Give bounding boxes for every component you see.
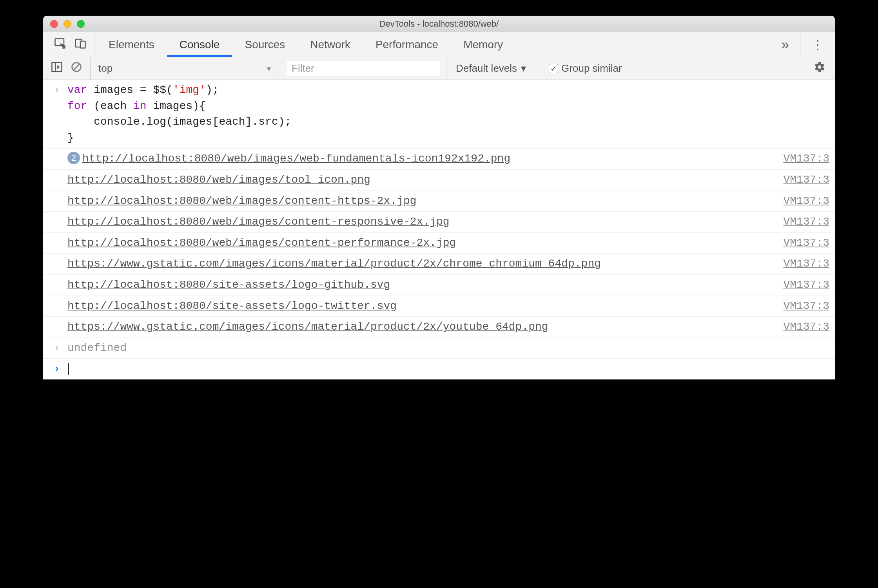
log-row: https://www.gstatic.com/images/icons/mat…: [43, 317, 835, 338]
log-message: http://localhost:8080/web/images/tool_ic…: [65, 172, 775, 188]
console-input-row: › var images = $$('img'); for (each in i…: [43, 80, 835, 149]
context-selector[interactable]: top ▾: [98, 62, 271, 74]
titlebar: DevTools - localhost:8080/web/: [43, 16, 835, 32]
device-toggle-icon[interactable]: [74, 37, 86, 52]
clear-console-icon[interactable]: [71, 61, 82, 76]
svg-rect-3: [52, 63, 62, 72]
source-link[interactable]: VM137:3: [775, 298, 829, 314]
logged-url-link[interactable]: http://localhost:8080/web/images/tool_ic…: [67, 174, 370, 186]
log-gutter: [49, 193, 65, 194]
logged-url-link[interactable]: http://localhost:8080/web/images/web-fun…: [82, 152, 510, 165]
show-sidebar-icon[interactable]: [51, 61, 63, 76]
log-gutter: [49, 298, 65, 299]
svg-rect-2: [80, 41, 85, 48]
log-message: http://localhost:8080/web/images/content…: [65, 214, 775, 230]
group-similar-checkbox[interactable]: ✓: [549, 64, 558, 73]
tab-memory[interactable]: Memory: [451, 32, 515, 57]
more-tabs-icon[interactable]: »: [781, 36, 789, 53]
tab-sources[interactable]: Sources: [232, 32, 298, 57]
svg-line-6: [74, 64, 80, 70]
repeat-count-badge: 2: [67, 152, 80, 164]
console-prompt[interactable]: ›: [43, 359, 835, 379]
tab-elements[interactable]: Elements: [96, 32, 167, 57]
log-row: https://www.gstatic.com/images/icons/mat…: [43, 254, 835, 275]
logged-url-link[interactable]: http://localhost:8080/web/images/content…: [67, 216, 450, 228]
context-value: top: [98, 62, 112, 74]
levels-label: Default levels: [456, 62, 517, 74]
window-title: DevTools - localhost:8080/web/: [43, 19, 835, 29]
settings-gear-icon[interactable]: [814, 61, 835, 76]
log-message: https://www.gstatic.com/images/icons/mat…: [65, 256, 775, 272]
log-gutter: [49, 214, 65, 215]
input-prompt-icon: ›: [49, 82, 65, 98]
logged-url-link[interactable]: http://localhost:8080/site-assets/logo-t…: [67, 300, 397, 312]
kebab-menu-icon[interactable]: ⋮: [800, 32, 824, 57]
dropdown-icon: ▾: [267, 64, 271, 73]
log-row: http://localhost:8080/site-assets/logo-t…: [43, 296, 835, 317]
log-row: http://localhost:8080/web/images/tool_ic…: [43, 170, 835, 191]
console-toolbar: top ▾ Default levels ▾ ✓ Group similar: [43, 57, 835, 80]
logged-url-link[interactable]: https://www.gstatic.com/images/icons/mat…: [67, 258, 601, 270]
log-gutter: [49, 256, 65, 257]
input-prompt-icon: ›: [49, 361, 65, 377]
dropdown-icon: ▾: [521, 62, 526, 74]
logged-url-link[interactable]: https://www.gstatic.com/images/icons/mat…: [67, 321, 548, 333]
return-value: undefined: [65, 340, 829, 356]
tab-console[interactable]: Console: [167, 32, 232, 57]
log-message: http://localhost:8080/site-assets/logo-g…: [65, 277, 775, 293]
log-message: 2http://localhost:8080/web/images/web-fu…: [65, 151, 775, 167]
log-gutter: [49, 151, 65, 152]
source-link[interactable]: VM137:3: [775, 214, 829, 230]
panel-tabs: Elements Console Sources Network Perform…: [96, 32, 515, 57]
log-gutter: [49, 277, 65, 278]
log-message: http://localhost:8080/web/images/content…: [65, 235, 775, 251]
source-link[interactable]: VM137:3: [775, 319, 829, 335]
source-link[interactable]: VM137:3: [775, 172, 829, 188]
source-link[interactable]: VM137:3: [775, 151, 829, 167]
logged-url-link[interactable]: http://localhost:8080/site-assets/logo-g…: [67, 279, 390, 291]
entered-code: var images = $$('img'); for (each in ima…: [65, 82, 829, 146]
log-row: 2http://localhost:8080/web/images/web-fu…: [43, 149, 835, 170]
logged-url-link[interactable]: http://localhost:8080/web/images/content…: [67, 237, 456, 249]
log-levels-selector[interactable]: Default levels ▾: [448, 57, 534, 80]
source-link[interactable]: VM137:3: [775, 277, 829, 293]
log-message: https://www.gstatic.com/images/icons/mat…: [65, 319, 775, 335]
return-row: ‹ undefined: [43, 338, 835, 359]
log-gutter: [49, 235, 65, 236]
log-row: http://localhost:8080/web/images/content…: [43, 233, 835, 254]
filter-input[interactable]: [287, 61, 440, 76]
source-link[interactable]: VM137:3: [775, 235, 829, 251]
log-message: http://localhost:8080/web/images/content…: [65, 193, 775, 209]
log-gutter: [49, 319, 65, 320]
prompt-input[interactable]: [65, 361, 829, 377]
inspect-icon[interactable]: [54, 37, 66, 52]
tab-network[interactable]: Network: [298, 32, 363, 57]
log-gutter: [49, 172, 65, 173]
log-row: http://localhost:8080/web/images/content…: [43, 212, 835, 233]
log-row: http://localhost:8080/web/images/content…: [43, 191, 835, 212]
group-similar-label: Group similar: [561, 62, 622, 74]
logged-url-link[interactable]: http://localhost:8080/web/images/content…: [67, 195, 417, 207]
tab-performance[interactable]: Performance: [363, 32, 451, 57]
return-prompt-icon: ‹: [49, 340, 65, 356]
log-message: http://localhost:8080/site-assets/logo-t…: [65, 298, 775, 314]
tab-bar: Elements Console Sources Network Perform…: [43, 32, 835, 57]
devtools-window: DevTools - localhost:8080/web/ Elements: [43, 16, 835, 379]
log-row: http://localhost:8080/site-assets/logo-g…: [43, 275, 835, 296]
console-output: › var images = $$('img'); for (each in i…: [43, 80, 835, 379]
source-link[interactable]: VM137:3: [775, 193, 829, 209]
source-link[interactable]: VM137:3: [775, 256, 829, 272]
